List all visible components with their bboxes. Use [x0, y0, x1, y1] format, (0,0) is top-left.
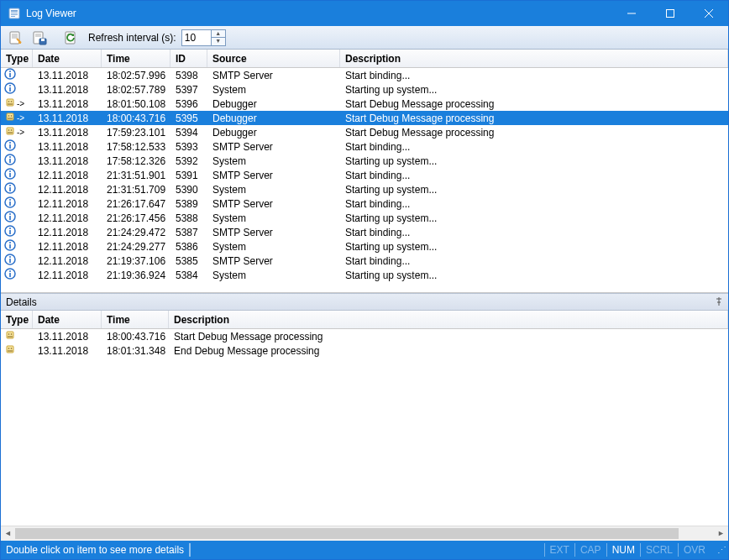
col-id[interactable]: ID — [170, 50, 207, 67]
col-date[interactable]: Date — [33, 50, 102, 67]
indicator-ovr: OVR — [678, 543, 711, 557]
row-time: 21:19:36.924 — [102, 269, 170, 282]
details-grid-body[interactable]: 13.11.201818:00:43.716Start Debug Messag… — [1, 329, 728, 526]
dcol-description[interactable]: Description — [169, 311, 728, 328]
app-window: Log Viewer Refresh interval (s): ▲ ▼ — [0, 0, 729, 560]
table-row[interactable]: 12.11.201821:26:17.6475389SMTP ServerSta… — [1, 196, 728, 211]
dcol-time[interactable]: Time — [102, 311, 169, 328]
svg-point-24 — [9, 85, 11, 86]
table-row[interactable]: 12.11.201821:31:51.9015391SMTP ServerSta… — [1, 168, 728, 182]
log-grid-header[interactable]: Type Date Time ID Source Description — [1, 50, 728, 68]
refresh-interval-spinner[interactable]: ▲ ▼ — [181, 29, 226, 46]
row-time: 21:24:29.472 — [102, 226, 170, 239]
minimize-button[interactable] — [612, 1, 651, 26]
row-type-cell — [1, 239, 33, 254]
window-title: Log Viewer — [26, 8, 612, 19]
row-description: Start binding... — [340, 69, 728, 82]
row-type-cell — [1, 168, 33, 182]
hscroll-left[interactable]: ◄ — [1, 526, 15, 541]
row-date: 12.11.2018 — [33, 269, 102, 282]
hscroll-thumb[interactable] — [15, 528, 679, 539]
svg-point-73 — [8, 348, 10, 349]
row-source: SMTP Server — [207, 226, 340, 239]
row-id: 5384 — [170, 269, 207, 282]
close-button[interactable] — [690, 1, 728, 26]
row-time: 17:58:12.326 — [102, 154, 170, 168]
svg-point-54 — [9, 213, 11, 215]
bug-icon — [4, 125, 16, 139]
table-row[interactable]: 13.11.201818:00:43.716Start Debug Messag… — [1, 329, 728, 343]
details-caption[interactable]: Details — [1, 293, 728, 311]
table-row[interactable]: 13.11.201818:02:57.9965398SMTP ServerSta… — [1, 68, 728, 82]
details-grid-header[interactable]: Type Date Time Description — [1, 311, 728, 329]
maximize-button[interactable] — [651, 1, 690, 26]
row-date: 13.11.2018 — [33, 83, 102, 97]
table-row[interactable]: ->13.11.201818:01:50.1085396DebuggerStar… — [1, 97, 728, 111]
title-bar[interactable]: Log Viewer — [1, 1, 728, 26]
row-id: 5392 — [170, 154, 207, 168]
svg-point-70 — [11, 333, 13, 335]
resize-grip[interactable]: ⋰ — [711, 545, 728, 556]
svg-rect-22 — [9, 73, 11, 77]
bug-icon — [4, 97, 16, 111]
table-row[interactable]: 13.11.201818:01:31.348End Debug Message … — [1, 343, 728, 358]
row-id: 5385 — [170, 254, 207, 268]
open-log-button[interactable] — [6, 28, 26, 48]
dcol-type[interactable]: Type — [1, 311, 33, 328]
hscroll-right[interactable]: ► — [714, 526, 728, 541]
svg-rect-46 — [9, 173, 11, 177]
table-row[interactable]: 12.11.201821:24:29.2775386SystemStarting… — [1, 239, 728, 254]
col-description[interactable]: Description — [340, 50, 728, 67]
horizontal-scrollbar[interactable]: ◄ ► — [1, 526, 728, 540]
indicator-scrl: SCRL — [640, 543, 678, 557]
svg-rect-34 — [7, 128, 13, 134]
svg-point-51 — [9, 199, 11, 201]
col-time[interactable]: Time — [102, 50, 170, 67]
svg-rect-17 — [41, 39, 45, 41]
refresh-interval-label: Refresh interval (s): — [88, 32, 176, 44]
table-row[interactable]: 12.11.201821:31:51.7095390SystemStarting… — [1, 182, 728, 196]
row-type-cell — [1, 254, 33, 268]
row-id: 5395 — [170, 112, 207, 125]
table-row[interactable]: ->13.11.201817:59:23.1015394DebuggerStar… — [1, 125, 728, 139]
info-icon — [4, 254, 16, 268]
row-date: 12.11.2018 — [33, 212, 102, 225]
row-time: 17:59:23.101 — [102, 126, 170, 139]
details-caption-label: Details — [6, 296, 37, 308]
table-row[interactable]: 12.11.201821:19:36.9245384SystemStarting… — [1, 268, 728, 282]
log-grid-body[interactable]: 13.11.201818:02:57.9965398SMTP ServerSta… — [1, 68, 728, 292]
row-type-cell — [1, 329, 33, 343]
info-icon — [4, 211, 16, 225]
table-row[interactable]: 12.11.201821:24:29.4725387SMTP ServerSta… — [1, 225, 728, 239]
info-icon — [4, 196, 16, 211]
row-type-cell: -> — [1, 125, 33, 139]
svg-point-48 — [9, 185, 11, 186]
refresh-interval-input[interactable] — [181, 29, 212, 46]
spinner-up[interactable]: ▲ — [212, 30, 225, 38]
svg-rect-3 — [11, 14, 18, 15]
save-log-button[interactable] — [29, 28, 50, 48]
table-row[interactable]: 12.11.201821:19:37.1065385SMTP ServerSta… — [1, 254, 728, 268]
table-row[interactable]: 12.11.201821:26:17.4565388SystemStarting… — [1, 211, 728, 225]
table-row[interactable]: 13.11.201817:58:12.3265392SystemStarting… — [1, 154, 728, 168]
row-description: Start Debug Message processing — [169, 330, 728, 343]
row-time: 21:26:17.456 — [102, 212, 170, 225]
table-row[interactable]: ->13.11.201818:00:43.7165395DebuggerStar… — [1, 111, 728, 125]
row-time: 21:24:29.277 — [102, 240, 170, 254]
row-date: 13.11.2018 — [33, 69, 102, 82]
row-description: Starting up system... — [340, 154, 728, 168]
spinner-down[interactable]: ▼ — [212, 38, 225, 45]
col-type[interactable]: Type — [1, 50, 33, 67]
row-description: Start Debug Message processing — [340, 126, 728, 139]
row-type-cell — [1, 196, 33, 211]
dcol-date[interactable]: Date — [33, 311, 102, 328]
row-description: Start binding... — [340, 169, 728, 182]
col-source[interactable]: Source — [207, 50, 340, 67]
refresh-button[interactable] — [61, 28, 81, 48]
pin-icon[interactable] — [715, 296, 723, 308]
table-row[interactable]: 13.11.201818:02:57.7895397SystemStarting… — [1, 82, 728, 97]
arrow-right-icon: -> — [17, 113, 27, 123]
table-row[interactable]: 13.11.201817:58:12.5335393SMTP ServerSta… — [1, 139, 728, 154]
row-source: Debugger — [207, 126, 340, 139]
svg-rect-67 — [9, 273, 11, 277]
